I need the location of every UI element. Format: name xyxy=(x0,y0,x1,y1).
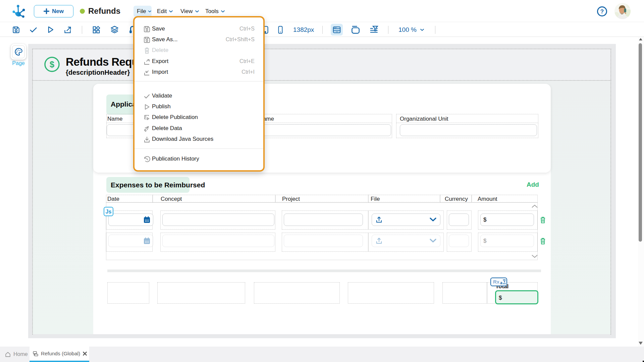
svg-text:$: $ xyxy=(50,60,54,69)
svg-text:?: ? xyxy=(600,8,604,15)
svg-text:x: x xyxy=(504,280,506,283)
svg-text:a: a xyxy=(500,281,503,285)
